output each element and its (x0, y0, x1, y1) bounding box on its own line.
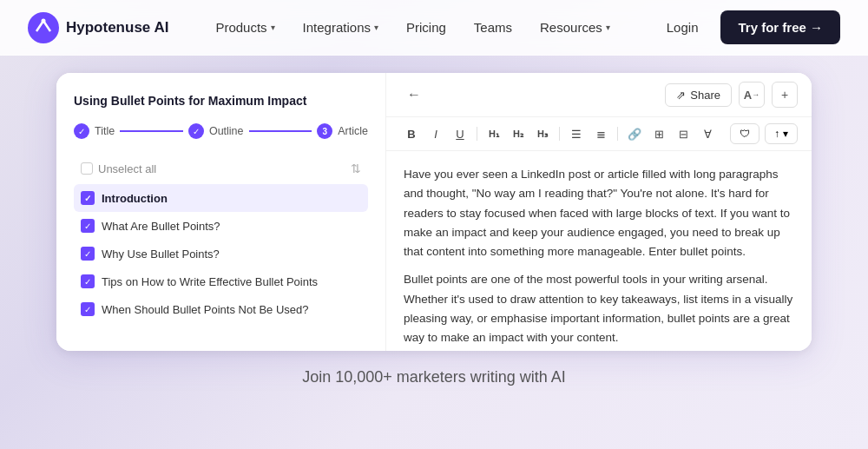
save-score-button[interactable]: 🛡 (730, 123, 760, 144)
link-button[interactable]: 🔗 (623, 122, 646, 145)
shield-icon: 🛡 (740, 128, 750, 140)
check-icon: ✓ (81, 274, 95, 288)
nav-integrations[interactable]: Integrations ▾ (291, 13, 391, 42)
outline-item-introduction[interactable]: ✓ Introduction (74, 184, 368, 212)
separator (617, 127, 618, 141)
nav-links: Products ▾ Integrations ▾ Pricing Teams … (203, 13, 654, 42)
underline-button[interactable]: U (449, 122, 471, 145)
step-line-2 (249, 130, 312, 132)
editor-card: Using Bullet Points for Maximum Impact ✓… (56, 73, 812, 351)
separator (477, 127, 477, 141)
outline-item-tips[interactable]: ✓ Tips on How to Write Effective Bullet … (74, 267, 368, 295)
nav-products[interactable]: Products ▾ (203, 13, 286, 42)
toolbar-left: ← (400, 83, 428, 106)
step-outline-icon: ✓ (188, 123, 204, 139)
toolbar-right: ⇗ Share A→ + (665, 82, 798, 108)
editor-content[interactable]: Have you ever seen a LinkedIn post or ar… (386, 151, 812, 351)
check-icon: ✓ (81, 219, 95, 233)
outline-item-why[interactable]: ✓ Why Use Bullet Points? (74, 240, 368, 267)
format-buttons: B I U H₁ H₂ H₃ ☰ ≣ 🔗 ⊞ ⊟ ∀ (400, 122, 719, 145)
ul-button[interactable]: ☰ (565, 122, 588, 145)
chevron-down-icon: ▾ (271, 23, 275, 32)
plus-button[interactable]: + (772, 82, 798, 108)
navbar: Hypotenuse AI Products ▾ Integrations ▾ … (0, 0, 868, 56)
outline-item-when[interactable]: ✓ When Should Bullet Points Not Be Used? (74, 295, 368, 323)
paragraph-2: Bullet points are one of the most powerf… (404, 270, 794, 347)
chevron-down-icon: ▾ (606, 23, 610, 32)
step-line-1 (120, 130, 183, 132)
h2-button[interactable]: H₂ (507, 122, 529, 145)
share-icon: ⇗ (676, 89, 686, 102)
format-right: 🛡 ↑ ▾ (730, 123, 798, 144)
ol-button[interactable]: ≣ (589, 122, 612, 145)
svg-point-0 (28, 12, 59, 43)
article-title: Using Bullet Points for Maximum Impact (74, 94, 368, 108)
paragraph-1: Have you ever seen a LinkedIn post or ar… (404, 165, 794, 261)
svg-point-1 (42, 18, 46, 23)
nav-teams[interactable]: Teams (462, 13, 524, 42)
back-arrow-icon[interactable]: ← (400, 83, 428, 106)
outline-item-what[interactable]: ✓ What Are Bullet Points? (74, 212, 368, 240)
unselect-row: Unselect all ⇅ (74, 156, 368, 181)
h1-button[interactable]: H₁ (483, 122, 505, 145)
login-button[interactable]: Login (654, 13, 711, 42)
table-button[interactable]: ⊞ (648, 122, 670, 145)
nav-actions: Login Try for free → (654, 10, 840, 45)
logo-text: Hypotenuse AI (66, 19, 168, 36)
check-icon: ✓ (81, 191, 95, 205)
check-icon: ✓ (81, 247, 95, 261)
editor-panel: ← ⇗ Share A→ + B (386, 73, 812, 351)
step-article: 3 Article (317, 123, 368, 139)
step-title-icon: ✓ (74, 123, 89, 139)
unselect-checkbox[interactable] (81, 162, 93, 175)
unselect-label[interactable]: Unselect all (81, 162, 156, 175)
more-button[interactable]: ∀ (696, 122, 719, 145)
steps-bar: ✓ Title ✓ Outline 3 Article (74, 123, 368, 139)
hero-section: Using Bullet Points for Maximum Impact ✓… (0, 56, 868, 351)
outline-panel: Using Bullet Points for Maximum Impact ✓… (56, 73, 386, 351)
logo[interactable]: Hypotenuse AI (28, 12, 168, 43)
try-free-button[interactable]: Try for free → (720, 10, 840, 45)
step-outline: ✓ Outline (188, 123, 244, 139)
sort-icon[interactable]: ⇅ (351, 162, 361, 175)
check-icon: ✓ (81, 302, 95, 316)
nav-pricing[interactable]: Pricing (394, 13, 458, 42)
translate-icon: A (744, 89, 752, 102)
translate-button[interactable]: A→ (739, 82, 765, 108)
chevron-down-icon: ▾ (374, 23, 378, 32)
bottom-cta: Join 10,000+ marketers writing with AI (0, 351, 868, 395)
share-button[interactable]: ⇗ Share (665, 83, 732, 107)
italic-button[interactable]: I (424, 122, 447, 145)
editor-toolbar: ← ⇗ Share A→ + (386, 73, 812, 117)
step-article-icon: 3 (317, 123, 332, 139)
step-title: ✓ Title (74, 123, 115, 139)
separator (559, 127, 560, 141)
h3-button[interactable]: H₃ (531, 122, 554, 145)
format-toolbar: B I U H₁ H₂ H₃ ☰ ≣ 🔗 ⊞ ⊟ ∀ (386, 117, 812, 151)
upload-icon: ↑ (774, 128, 779, 140)
upload-chevron: ▾ (783, 128, 788, 140)
upload-button[interactable]: ↑ ▾ (765, 123, 798, 144)
logo-icon (28, 12, 59, 43)
bold-button[interactable]: B (400, 122, 423, 145)
image-button[interactable]: ⊟ (672, 122, 694, 145)
nav-resources[interactable]: Resources ▾ (528, 13, 622, 42)
